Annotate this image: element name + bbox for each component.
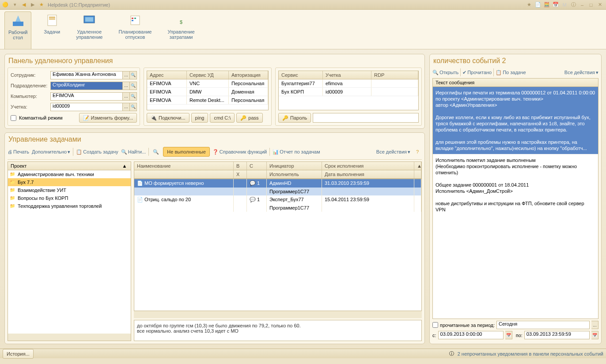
report-button[interactable]: 📊 Отчет по задачам — [273, 149, 320, 155]
minimize-icon[interactable]: – — [579, 1, 586, 8]
m-icon[interactable]: M — [561, 1, 568, 8]
task-row[interactable]: 📄 МО формируется неверно💬 1АдминHD31.03.… — [134, 179, 421, 188]
nav-costs[interactable]: $ Управление затратами — [164, 11, 198, 49]
account-input[interactable] — [50, 103, 123, 111]
employee-more-icon[interactable]: … — [123, 71, 130, 79]
period-more-icon[interactable]: … — [591, 321, 598, 329]
filter-incomplete-button[interactable]: Не выполненные — [163, 147, 209, 157]
event-message-1[interactable]: Иероглифы при печати из терминала 000000… — [433, 87, 598, 154]
event-message-2[interactable]: Исполнитель пометил задание выполненым (… — [433, 154, 598, 215]
col-rdp[interactable]: RDP — [371, 71, 418, 79]
sort-icon[interactable]: ▲ — [121, 163, 128, 169]
th-c[interactable]: С — [247, 162, 267, 170]
th-exec[interactable]: Исполнитель — [267, 170, 322, 179]
project-item[interactable]: Бух 7.7 — [8, 178, 131, 186]
calendar-icon[interactable]: 📅 — [552, 1, 559, 8]
from-date-input[interactable]: 03.09.2013 0:00:00 — [438, 331, 504, 339]
project-item[interactable]: Взаимодействие УИТ — [8, 186, 131, 194]
pass-button[interactable]: 🔑 pass — [236, 113, 262, 123]
dropdown-icon[interactable]: ▾ — [11, 1, 19, 8]
employee-search-icon[interactable]: 🔍 — [130, 71, 137, 79]
info-icon[interactable]: ⓘ — [570, 1, 577, 8]
svg-rect-7 — [132, 18, 133, 19]
col-addr[interactable]: Адрес — [147, 71, 187, 79]
read-period-label: прочитанные за период: — [440, 323, 495, 328]
account-more-icon[interactable]: … — [123, 103, 130, 111]
dept-search-icon[interactable]: 🔍 — [130, 82, 137, 90]
computer-more-icon[interactable]: … — [123, 92, 130, 101]
employee-input[interactable] — [50, 71, 123, 79]
th-due[interactable]: Срок исполнения — [322, 162, 414, 170]
computer-search-icon[interactable]: 🔍 — [130, 92, 137, 101]
notif-icon[interactable]: ⓘ — [449, 350, 454, 357]
password-button[interactable]: 🔑 Пароль — [278, 113, 311, 123]
compact-checkbox[interactable] — [11, 115, 16, 121]
nav-fwd-icon[interactable]: ▶ — [29, 1, 36, 8]
filter-icon[interactable]: 🔍 — [152, 148, 159, 155]
ping-button[interactable]: ping — [191, 113, 208, 123]
table-row[interactable]: Бухгалтерия77efimova — [279, 79, 418, 88]
th-done[interactable]: Дата выполнения — [322, 170, 414, 179]
help-icon[interactable]: ? — [414, 148, 421, 155]
from-cal-icon[interactable]: 📅 — [505, 331, 512, 339]
period-preset-input[interactable]: Сегодня — [496, 321, 590, 329]
proj-scroll-h[interactable] — [8, 334, 131, 341]
fav-icon[interactable]: ★ — [526, 1, 533, 8]
table-row[interactable]: Бух КОРПid00009 — [279, 88, 418, 96]
nav-tasks[interactable]: Задачи — [40, 11, 64, 49]
connect-button[interactable]: 🔌 Подключи... — [147, 113, 189, 123]
ref-button[interactable]: ❓ Справочник функций — [212, 149, 267, 155]
open-button[interactable]: 🔍 Открыть — [432, 70, 458, 75]
proj-header[interactable]: Проект — [11, 163, 121, 169]
col-auth[interactable]: Авторизация — [229, 71, 268, 79]
computer-input[interactable] — [50, 92, 123, 101]
th-name[interactable]: Наименование — [134, 162, 234, 170]
desktop-icon — [11, 14, 25, 28]
notif-text[interactable]: 2 непрочитанных уведомления в панели пер… — [458, 351, 603, 356]
print-button[interactable]: 🖨 Печать — [8, 149, 29, 154]
doc-icon[interactable]: 📄 — [534, 1, 542, 8]
col-service[interactable]: Сервис УД — [187, 71, 229, 79]
col-svc2[interactable]: Сервис — [279, 71, 323, 79]
table-row[interactable]: EFIMOVARemote Deskt...Персональная — [147, 96, 268, 105]
change-form-button[interactable]: 📝 Изменить форму... — [79, 113, 137, 123]
col-acct[interactable]: Учетка — [323, 71, 371, 79]
history-button[interactable]: История... — [3, 349, 34, 359]
dept-more-icon[interactable]: … — [123, 82, 130, 90]
star-icon[interactable]: ★ — [38, 1, 45, 8]
th-x[interactable]: X — [234, 170, 247, 179]
nav-desktop[interactable]: Рабочий стол — [4, 11, 31, 49]
calc-icon[interactable]: 🧮 — [543, 1, 550, 8]
more-button[interactable]: Дополнительно ▾ — [32, 149, 70, 155]
project-item[interactable]: Техподдержка управления торговлей — [8, 202, 131, 210]
read-period-checkbox[interactable] — [432, 322, 438, 328]
bytask-button[interactable]: 📋 По задаче — [496, 70, 526, 75]
find-button[interactable]: 🔍 Найти... — [121, 149, 146, 155]
table-row[interactable]: EFIMOVAVNCПерсональная — [147, 79, 268, 88]
read-button[interactable]: ✔ Прочитано — [462, 70, 492, 75]
create-task-button[interactable]: 📋 Создать задачу — [76, 149, 118, 155]
maximize-icon[interactable]: □ — [587, 1, 595, 8]
nav-back-icon[interactable]: ◀ — [20, 1, 27, 8]
dept-input[interactable]: СтройХолдинг — [50, 82, 123, 90]
th-init[interactable]: Инициатор — [267, 162, 322, 170]
events-header[interactable]: Текст сообщения — [433, 79, 598, 87]
project-item[interactable]: Администрирование выч. техники — [8, 170, 131, 178]
nav-vacation[interactable]: Планирование отпусков — [115, 11, 155, 49]
to-date-input[interactable]: 03.09.2013 23:59:59 — [524, 331, 590, 339]
task-row[interactable]: 📄 Отриц. сальдо по 20💬 1Эксперт_Бух7715.… — [134, 195, 421, 204]
th-b[interactable]: В — [234, 162, 247, 170]
task-row-sub[interactable]: Программер1С77 — [134, 204, 421, 212]
cmd-button[interactable]: cmd C:\ — [210, 113, 235, 123]
close-icon[interactable]: ✕ — [596, 1, 603, 8]
table-row[interactable]: EFIMOVADMWДоменная — [147, 88, 268, 96]
task-scroll-h[interactable] — [134, 311, 422, 318]
th-sort-icon[interactable]: ▲ — [414, 162, 421, 170]
project-item[interactable]: Вопросы по Бух КОРП — [8, 194, 131, 202]
task-row-sub[interactable]: Программер1С77 — [134, 188, 421, 195]
allactions-button[interactable]: Все действия ▾ — [376, 149, 410, 155]
nav-remote[interactable]: Удаленное управление — [72, 11, 106, 49]
to-cal-icon[interactable]: 📅 — [591, 331, 598, 339]
ev-allactions-button[interactable]: Все действия ▾ — [564, 70, 598, 75]
account-search-icon[interactable]: 🔍 — [130, 103, 137, 111]
